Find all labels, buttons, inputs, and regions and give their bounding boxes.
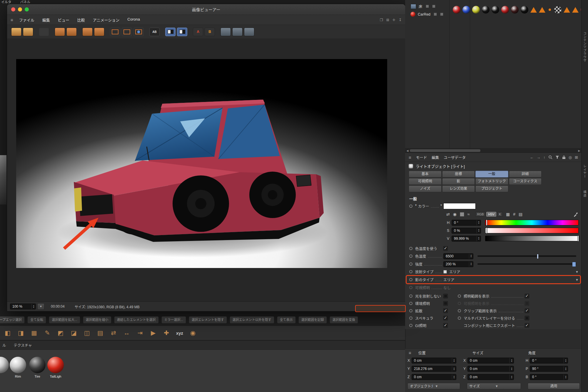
tab-フォトメトリック[interactable]: フォトメトリック [475,178,508,185]
modeling-tool-icon-1[interactable]: ◧ [2,327,14,339]
materials-tab-ル[interactable]: ル [2,342,6,348]
target-icon[interactable]: ◎ [569,155,572,160]
key-dot[interactable] [458,316,461,320]
swap-colors-icon[interactable]: ⇄ [446,212,450,217]
modeling-tool-icon-6[interactable]: ◪ [68,327,80,339]
filter-3-icon[interactable] [244,28,254,36]
colormode-HSV[interactable]: HSV [486,212,496,217]
tab-ノイズ[interactable]: ノイズ [409,185,442,192]
color-wheel-icon[interactable]: ◉ [453,212,457,217]
key-dot[interactable] [409,247,412,250]
material-thumbnail[interactable] [581,6,581,14]
open-icon[interactable] [11,28,21,36]
ab-split-horizontal-icon[interactable] [165,28,176,36]
color-swatch[interactable] [443,203,476,209]
hamburger-icon[interactable]: ≡ [409,350,411,355]
compare-overlay-icon[interactable] [133,28,144,36]
intensity-slider[interactable] [477,263,576,265]
coord-input-1-Y[interactable]: 0 cm▲▼ [467,366,514,372]
ab-split-vertical-icon[interactable] [177,28,187,36]
coord-input-2-P[interactable]: 90 °▲▼ [530,366,568,372]
object-row-CarRed[interactable]: CarRed [405,10,452,18]
material-thumbnail[interactable] [453,6,460,14]
minimize-window-icon[interactable] [18,7,22,11]
button-全て表示[interactable]: 全て表示 [277,316,296,324]
button-選択範囲を変換[interactable]: 選択範囲を変換 [330,316,358,324]
modeling-tool-icon-13[interactable]: ✚ [161,327,172,339]
undock-icon[interactable]: ↧ [399,18,402,22]
filter-2-icon[interactable] [232,28,243,36]
key-dot[interactable] [409,309,412,312]
menu-編集[interactable]: 編集 [42,17,50,23]
histogram-icon[interactable] [55,28,65,36]
lock-icon[interactable] [562,155,566,159]
menu-アニメーション[interactable]: アニメーション [93,17,119,23]
key-dot[interactable] [409,205,412,208]
move-panel-icon[interactable]: ✛ [392,18,395,22]
hex-icon[interactable]: # [513,212,515,217]
modeling-tool-icon-8[interactable]: ▤ [94,327,106,339]
button-選択範囲を縮小[interactable]: 選択範囲を縮小 [83,316,111,324]
key-dot[interactable] [409,294,412,298]
hsv-input-V[interactable]: 99.999 %▲▼ [452,236,481,242]
stepper[interactable]: ▲▼ [31,304,36,309]
back-icon[interactable]: ← [530,155,534,160]
modeling-tool-icon-7[interactable]: ◫ [81,327,93,339]
scroll-right-icon[interactable]: ▶ [577,149,582,152]
key-dot[interactable] [458,302,461,305]
layout-left-icon[interactable] [82,28,93,36]
modeling-tool-icon-12[interactable]: ▶ [147,327,159,339]
eyedropper-icon[interactable] [573,212,579,217]
tab-一般[interactable]: 一般 [475,171,508,177]
coord-input-0-Z[interactable]: 0 cm▲▼ [412,374,456,380]
expander-icon[interactable]: ▾ [415,203,417,209]
attr-menu-編集[interactable]: 編集 [432,155,439,160]
stepper[interactable]: ▲▼ [564,366,568,371]
material-thumbnail[interactable] [521,6,528,14]
checkbox-光を放射しない[interactable] [443,294,448,298]
gradient-bar-sat[interactable] [485,228,579,233]
button-選択エレメントを隠す[interactable]: 選択エレメントを隠す [189,316,227,324]
menu-ビュー[interactable]: ビュー [58,17,69,23]
key-dot[interactable] [409,302,412,305]
layer-tag-icon[interactable] [434,13,437,16]
material-thumbnail[interactable] [554,6,562,14]
mixer-icon[interactable]: ▦ [506,212,510,217]
coord-input-1-X[interactable]: 0 cm▲▼ [467,358,514,363]
button-ープエッジ選択[interactable]: ープエッジ選択 [0,316,25,324]
checkbox-GI照明[interactable] [443,323,448,328]
float-window-icon[interactable]: ❐ [380,18,383,22]
tab-可視照明[interactable]: 可視照明 [409,178,442,185]
tab-基本[interactable]: 基本 [409,171,442,177]
key-dot[interactable] [409,262,412,266]
modeling-tool-icon-5[interactable]: ◩ [55,327,66,339]
zoom-input[interactable]: 100 % ▲▼ [10,304,36,309]
modeling-tool-icon-4[interactable]: ✎ [41,327,53,339]
compare-horizontal-icon[interactable] [110,28,120,36]
apply-button[interactable]: 適用 [528,383,580,389]
new-panel-icon[interactable]: ⊞ [575,155,578,160]
colormode-K[interactable]: K [497,212,503,217]
horizontal-scrollbar[interactable]: ◀ ▶ [405,148,582,153]
key-dot[interactable] [458,294,461,298]
button-全て反転[interactable]: 全て反転 [27,316,46,324]
coord-input-0-X[interactable]: 0 cm▲▼ [412,358,456,363]
menu-Corona[interactable]: Corona [127,17,140,23]
temperature-slider[interactable] [477,255,576,257]
slider-marker[interactable] [537,254,539,259]
stepper[interactable]: ▲▼ [477,220,481,225]
checkbox-コンポジット用にエクスポート[interactable] [525,323,529,328]
coord-input-2-B[interactable]: 0 °▲▼ [530,374,568,380]
stepper[interactable]: ▲▼ [510,366,514,371]
visibility-tag-icon[interactable] [432,5,435,8]
menu-比較[interactable]: 比較 [77,17,85,23]
set-image-a-icon[interactable]: A [193,28,203,36]
material-sphere-Rim[interactable] [10,357,26,373]
attr-menu-モード[interactable]: モード [416,155,427,160]
titlebar[interactable]: 画像ビューアー [7,4,405,15]
compare-vertical-icon[interactable] [122,28,132,36]
stepper[interactable]: ▲▼ [510,374,514,380]
stepper[interactable]: ▲▼ [564,358,568,363]
material-thumbnail[interactable] [549,9,551,11]
size-mode-dropdown[interactable]: サイズ ▼ [467,383,521,389]
